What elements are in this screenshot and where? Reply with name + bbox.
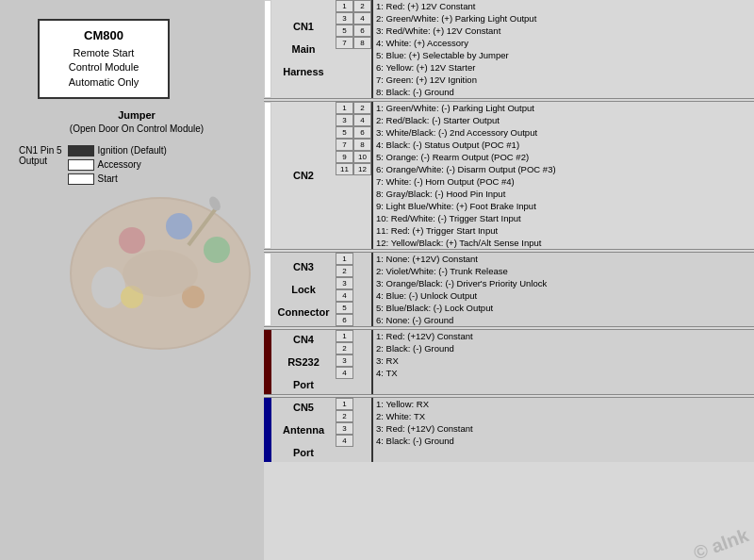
cn2-pins-desc: 12 34 56 78 910 1112 1: Green/White: (-)… — [336, 102, 754, 249]
cn4-pins: 1 2 3 4 — [336, 330, 371, 394]
cn3-wire-3: 3: Orange/Black: (-) Driver's Priority U… — [376, 277, 754, 289]
cn4-wire-4: 4: TX — [376, 367, 754, 379]
cn4-descriptions: 1: Red: (+12V) Constant 2: Black: (-) Gr… — [371, 330, 754, 394]
cn3-pins: 1 2 3 4 5 6 — [336, 253, 371, 326]
cn5-color-strip — [264, 398, 271, 462]
cn3-wire-5: 5: Blue/Black: (-) Lock Output — [376, 302, 754, 314]
cn1-wire-1: 1: Red: (+) 12V Constant — [376, 0, 754, 12]
cn1-color-strip — [264, 0, 271, 98]
svg-point-2 — [119, 227, 145, 254]
cn1-wire-3: 3: Red/White: (+) 12V Constant — [376, 25, 754, 37]
cn2-wire-6: 6: Orange/White: (-) Disarm Output (POC … — [376, 163, 754, 175]
cn2-wire-11: 11: Red: (+) Trigger Start Input — [376, 224, 754, 237]
cn1-section: CN1 Main Harness 12 34 56 78 1: Red: (+)… — [264, 0, 754, 99]
cn1-label: CN1 Main Harness — [271, 0, 336, 98]
cn2-pins: 12 34 56 78 910 1112 — [336, 102, 371, 249]
right-panel: CN1 Main Harness 12 34 56 78 1: Red: (+)… — [264, 0, 754, 560]
svg-point-1 — [91, 267, 125, 308]
cn2-wire-9: 9: Light Blue/White: (+) Foot Brake Inpu… — [376, 200, 754, 212]
cn2-wire-3: 3: White/Black: (-) 2nd Accessory Output — [376, 126, 754, 139]
cn5-descriptions: 1: Yellow: RX 2: White: TX 3: Red: (+12V… — [371, 398, 754, 462]
palette-decoration — [57, 151, 264, 358]
svg-point-7 — [123, 250, 198, 297]
cn2-wire-2: 2: Red/Black: (-) Starter Output — [376, 114, 754, 126]
cn2-wire-1: 1: Green/White: (-) Parking Light Output — [376, 102, 754, 114]
cn3-wire-1: 1: None: (+12V) Constant — [376, 253, 754, 265]
cn5-wire-3: 3: Red: (+12V) Constant — [376, 422, 754, 435]
cn2-wire-8: 8: Gray/Black: (-) Hood Pin Input — [376, 188, 754, 200]
cn5-wire-1: 1: Yellow: RX — [376, 398, 754, 410]
cn5-label: CN5 Antenna Port — [271, 398, 336, 462]
cn2-wire-7: 7: White: (-) Horn Output (POC #4) — [376, 175, 754, 188]
cn1-wire-4: 4: White: (+) Accessory — [376, 37, 754, 49]
cn2-wire-12: 12: Yellow/Black: (+) Tach/Alt Sense Inp… — [376, 237, 754, 249]
cn4-wire-3: 3: RX — [376, 354, 754, 367]
svg-point-4 — [204, 237, 230, 263]
svg-point-3 — [166, 213, 192, 239]
cn1-pins-desc: 12 34 56 78 1: Red: (+) 12V Constant 2: … — [336, 0, 754, 98]
cn5-section: CN5 Antenna Port 1 2 3 4 1: Yellow: RX 2… — [264, 397, 754, 462]
cn2-section: CN2 12 34 56 78 910 1112 1: Green/White:… — [264, 101, 754, 250]
jumper-title: Jumper (Open Door On Control Module) — [19, 108, 254, 136]
cn2-wire-5: 5: Orange: (-) Rearm Output (POC #2) — [376, 151, 754, 163]
module-box: CM800 Remote Start Control Module Automa… — [38, 19, 170, 99]
cn1-wire-5: 5: Blue: (+) Selectable by Jumper — [376, 49, 754, 61]
cn5-pins-desc: 1 2 3 4 1: Yellow: RX 2: White: TX 3: Re… — [336, 398, 754, 462]
cn5-wire-2: 2: White: TX — [376, 410, 754, 422]
module-subtitle: Remote Start Control Module Automatic On… — [45, 46, 162, 90]
main-container: CM800 Remote Start Control Module Automa… — [0, 0, 754, 560]
cn4-section: CN4 RS232 Port 1 2 3 4 1: Red: (+12V) Co… — [264, 329, 754, 395]
cn3-color-strip — [264, 253, 271, 326]
cn3-wire-6: 6: None: (-) Ground — [376, 314, 754, 326]
cn3-wire-2: 2: Violet/White: (-) Trunk Release — [376, 265, 754, 277]
cn1-wire-7: 7: Green: (+) 12V Ignition — [376, 74, 754, 86]
cn1-descriptions: 1: Red: (+) 12V Constant 2: Green/White:… — [371, 0, 754, 98]
cn2-wire-4: 4: Black: (-) Status Output (POC #1) — [376, 139, 754, 151]
cn2-label: CN2 — [271, 102, 336, 249]
cn1-wire-6: 6: Yellow: (+) 12V Starter — [376, 61, 754, 74]
cn4-pins-desc: 1 2 3 4 1: Red: (+12V) Constant 2: Black… — [336, 330, 754, 394]
cn5-wire-4: 4: Black: (-) Ground — [376, 435, 754, 447]
cn4-color-strip — [264, 330, 271, 394]
cn4-wire-1: 1: Red: (+12V) Constant — [376, 330, 754, 342]
cn1-wire-2: 2: Green/White: (+) Parking Light Output — [376, 12, 754, 25]
cn3-pins-desc: 1 2 3 4 5 6 1: None: (+12V) Constant 2: … — [336, 253, 754, 326]
cn3-label: CN3 Lock Connector — [271, 253, 336, 326]
cn1-pin-label: CN1 Pin 5Output — [19, 145, 62, 166]
cn3-wire-4: 4: Blue: (-) Unlock Output — [376, 289, 754, 302]
cn2-descriptions: 1: Green/White: (-) Parking Light Output… — [371, 102, 754, 249]
cn1-pins: 12 34 56 78 — [336, 0, 371, 98]
module-title: CM800 — [45, 28, 162, 42]
cn5-pins: 1 2 3 4 — [336, 398, 371, 462]
cn1-wire-8: 8: Black: (-) Ground — [376, 86, 754, 98]
left-panel: CM800 Remote Start Control Module Automa… — [0, 0, 264, 560]
cn3-section: CN3 Lock Connector 1 2 3 4 5 6 1: None: … — [264, 252, 754, 327]
cn2-color-strip — [264, 102, 271, 249]
cn4-wire-2: 2: Black: (-) Ground — [376, 342, 754, 354]
cn4-label: CN4 RS232 Port — [271, 330, 336, 394]
cn3-descriptions: 1: None: (+12V) Constant 2: Violet/White… — [371, 253, 754, 326]
cn2-wire-10: 10: Red/White: (-) Trigger Start Input — [376, 212, 754, 224]
